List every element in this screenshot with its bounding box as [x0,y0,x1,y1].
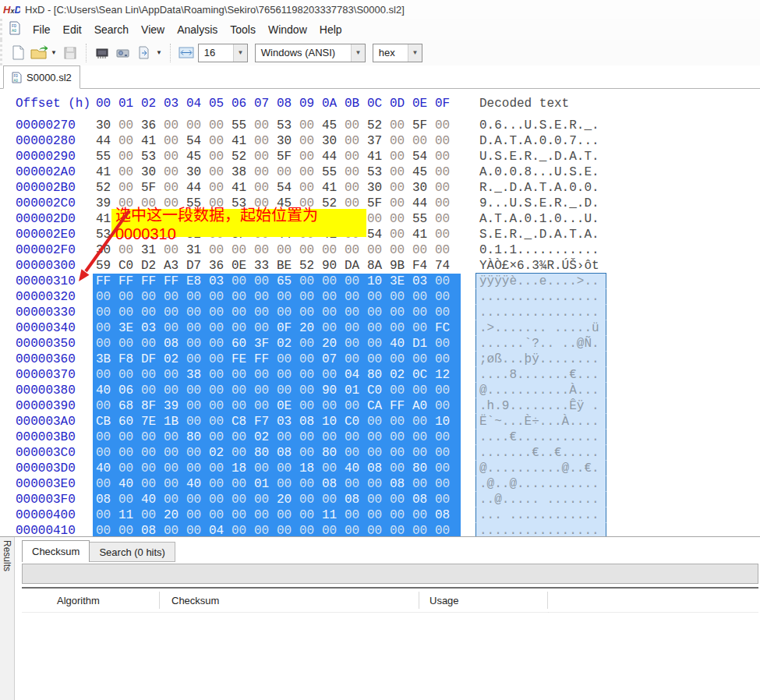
byte-cell[interactable]: 00 [164,305,186,320]
byte-cell[interactable]: 00 [164,242,186,258]
byte-cell[interactable]: 00 [96,320,118,336]
byte-cell[interactable]: 00 [390,320,412,336]
byte-cell[interactable]: FE [232,352,254,367]
byte-cell[interactable]: 00 [118,118,141,133]
byte-cell[interactable]: 54 [186,133,209,149]
document-tab[interactable]: FD A0 S0000.sl2 [3,65,80,89]
byte-cell[interactable]: 00 [299,430,322,445]
byte-cell[interactable]: 00 [435,289,458,305]
byte-cell[interactable]: 53 [141,149,164,164]
byte-cell[interactable]: 00 [367,305,390,320]
decoded-cell[interactable]: ....€........... [475,429,606,446]
decoded-cell[interactable]: @..........@..€. [475,460,606,477]
tab-checksum[interactable]: Checksum [22,540,90,562]
byte-cell[interactable]: 00 [164,289,186,305]
byte-cell[interactable]: 30 [277,133,299,149]
byte-cell[interactable]: 59 [96,258,118,274]
byte-cell[interactable]: 00 [345,118,367,133]
byte-cell[interactable]: 00 [412,305,435,320]
byte-cell[interactable]: 00 [345,352,367,367]
byte-cell[interactable]: 00 [96,430,118,445]
menu-item-help[interactable]: Help [313,20,348,39]
byte-cell[interactable]: 00 [254,320,277,336]
byte-cell[interactable]: 00 [118,492,141,507]
byte-cell[interactable]: 00 [390,118,412,133]
disk-image-icon[interactable] [114,44,133,62]
byte-cell[interactable]: 00 [390,305,412,320]
byte-cell[interactable]: 08 [322,476,345,492]
byte-cell[interactable]: 00 [345,274,367,289]
byte-cell[interactable]: 00 [186,305,209,320]
byte-cell[interactable]: 00 [232,430,254,445]
byte-cell[interactable]: 08 [299,414,322,430]
byte-cell[interactable]: 00 [367,242,390,258]
byte-cell[interactable]: 00 [118,430,141,445]
byte-cell[interactable]: 00 [186,414,209,430]
byte-cell[interactable]: 00 [186,336,209,352]
byte-cell[interactable]: 00 [186,383,209,398]
decoded-cell[interactable]: ......`?.. ..@Ñ. [475,335,606,352]
decoded-cell[interactable]: 0.1.1........... [475,242,606,259]
byte-cell[interactable]: 8F [141,398,164,414]
byte-cell[interactable]: 00 [367,430,390,445]
byte-cell[interactable]: 00 [390,180,412,196]
byte-cell[interactable]: 00 [96,336,118,352]
byte-cell[interactable]: 00 [322,289,345,305]
byte-cell[interactable]: 55 [96,149,118,164]
byte-cell[interactable]: 40 [345,461,367,476]
export-dropdown-caret[interactable]: ▼ [156,49,162,56]
byte-cell[interactable]: 10 [367,274,390,289]
byte-cell[interactable]: 00 [186,320,209,336]
byte-cell[interactable]: 00 [390,492,412,507]
byte-cell[interactable]: 01 [345,383,367,398]
byte-cell[interactable]: 00 [141,383,164,398]
byte-cell[interactable]: 5F [141,180,164,196]
byte-cell[interactable]: 00 [412,476,435,492]
byte-cell[interactable]: 00 [232,383,254,398]
byte-cell[interactable]: 44 [96,133,118,149]
byte-cell[interactable]: 00 [435,149,458,164]
byte-cell[interactable]: 55 [322,164,345,180]
byte-cell[interactable]: 44 [322,149,345,164]
byte-cell[interactable]: 00 [435,211,458,227]
byte-cell[interactable]: FF [96,274,118,289]
byte-cell[interactable]: 00 [322,398,345,414]
byte-cell[interactable]: 00 [390,445,412,461]
byte-cell[interactable]: 3B [96,352,118,367]
byte-cell[interactable]: 00 [164,320,186,336]
byte-cell[interactable]: 00 [164,383,186,398]
byte-cell[interactable]: 00 [322,430,345,445]
decoded-cell[interactable]: R._.D.A.T.A.0.0. [475,179,606,196]
byte-cell[interactable]: 03 [209,274,232,289]
bytes-per-row-icon[interactable] [177,44,196,62]
byte-cell[interactable]: 10 [322,414,345,430]
byte-cell[interactable]: 02 [164,352,186,367]
byte-cell[interactable]: 08 [277,445,299,461]
byte-cell[interactable]: FF [164,274,186,289]
byte-cell[interactable]: 00 [164,430,186,445]
decoded-cell[interactable]: S.E.R._.D.A.T.A. [475,226,606,243]
byte-cell[interactable]: 90 [322,383,345,398]
byte-cell[interactable]: 00 [164,461,186,476]
menu-item-edit[interactable]: Edit [57,20,88,39]
byte-cell[interactable]: 0C [412,367,435,383]
byte-cell[interactable]: 00 [299,383,322,398]
byte-cell[interactable]: 00 [186,352,209,367]
byte-cell[interactable]: 00 [186,445,209,461]
byte-cell[interactable]: 00 [277,352,299,367]
byte-cell[interactable]: 00 [367,352,390,367]
byte-cell[interactable]: 30 [96,242,118,258]
decoded-cell[interactable]: A.T.A.0.1.0...U. [475,210,606,228]
byte-cell[interactable]: 30 [412,180,435,196]
column-header-usage[interactable]: Usage [419,592,548,609]
byte-cell[interactable]: 00 [209,242,232,258]
byte-cell[interactable]: 44 [186,180,209,196]
byte-cell[interactable]: 00 [299,180,322,196]
byte-cell[interactable]: 00 [141,445,164,461]
decoded-cell[interactable]: .@..@........... [475,476,606,493]
byte-cell[interactable]: F7 [254,414,277,430]
byte-cell[interactable]: 00 [141,367,164,383]
byte-cell[interactable]: 00 [254,289,277,305]
byte-cell[interactable]: C0 [367,383,390,398]
byte-cell[interactable]: 00 [345,164,367,180]
